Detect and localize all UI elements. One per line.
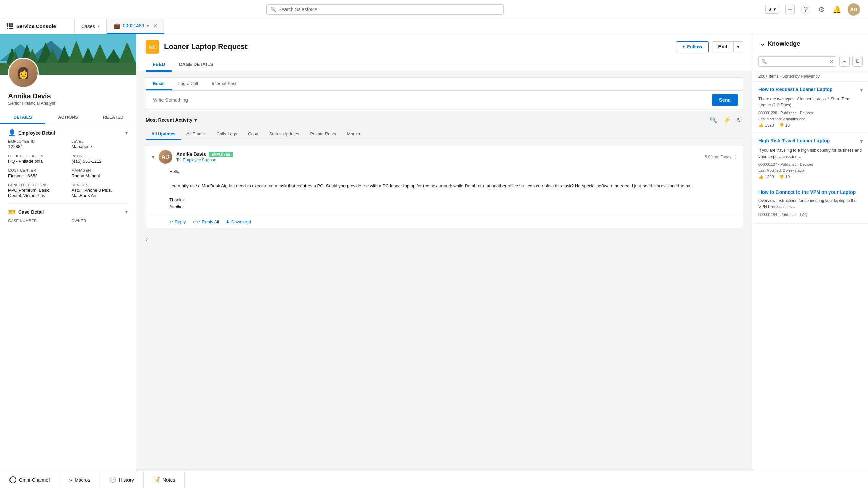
knowledge-article-2: High Risk Travel Loaner Laptop ▾ If you … [753,133,868,184]
article-1-thumbs-down[interactable]: 👎 10 [779,123,790,128]
gear-icon[interactable]: ⚙ [816,5,826,14]
email-to-link[interactable]: Employee Support [183,158,216,162]
download-icon: ⬇ [226,219,230,224]
avatar-image: 👩 [9,58,38,88]
knowledge-sort-button[interactable]: ⇅ [852,56,863,67]
email-collapse-button[interactable]: ▾ [152,153,155,161]
tab-feed[interactable]: FEED [146,58,172,72]
edit-dropdown-button[interactable]: ▾ [734,41,743,52]
filter-tabs: All Updates All Emails Calls Logs Case S… [146,128,743,140]
email-time: 5:00 pm Today ⋮ [705,155,738,159]
tab-cases[interactable]: Cases ▾ [75,19,107,34]
case-tabs: FEED CASE DETAILS [146,58,743,72]
feed-area: Email Log a Call Internal Post Send Most… [136,72,753,471]
bell-icon[interactable]: 🔔 [832,5,842,14]
activity-filter-select[interactable]: Most Recent Activity ▾ [146,117,197,123]
knowledge-search-clear-button[interactable]: ✕ [829,58,834,65]
search-bar[interactable]: 🔍 [266,4,504,15]
article-3-meta: 000001184 · Published · FAQ [758,212,863,217]
compose-tab-email[interactable]: Email [146,78,172,90]
knowledge-filter-button[interactable]: ⊟ [839,56,850,67]
employee-detail-label: Employee Detail [18,130,55,136]
article-1-expand-icon[interactable]: ▾ [860,86,863,94]
article-3-excerpt: Overview Instructions for connecting you… [758,198,863,210]
notes-button[interactable]: 📝 Notes [144,471,185,488]
edit-button-group: Edit ▾ [712,41,743,52]
add-button[interactable]: + [785,5,795,14]
tab-cases-dropdown[interactable]: ▾ [98,24,100,29]
article-2-title-link[interactable]: High Risk Travel Loaner Laptop [758,138,858,144]
tab-close-button[interactable]: ✕ [153,23,157,29]
reply-all-button[interactable]: ↩↩ Reply All [193,219,219,224]
filter-tab-status-updates[interactable]: Status Updates [264,128,305,140]
search-activity-icon[interactable]: 🔍 [708,115,718,125]
article-2-expand-icon[interactable]: ▾ [860,138,863,145]
manager-field: Manager Radha Mithani [72,168,128,178]
article-2-thumbs-up[interactable]: 👍 1320 [758,175,774,179]
email-sender-avatar: AD [159,150,172,164]
omni-channel-button[interactable]: Omni-Channel [0,471,59,488]
thumbs-up-icon-2: 👍 [758,175,764,179]
email-more-icon[interactable]: ⋮ [733,155,737,159]
profile-avatar: 👩 [8,58,39,88]
send-button[interactable]: Send [712,94,738,106]
activity-chevron-icon: ▾ [194,117,197,123]
macros-button[interactable]: » Macros [59,471,100,488]
history-button[interactable]: 🕐 History [100,471,144,488]
employee-section-icon: 👤 [8,129,16,137]
app-launcher[interactable]: Service Console [0,19,75,34]
phone-label: Phone [72,154,128,158]
star-icon: ★ [768,7,772,12]
knowledge-collapse-icon[interactable]: ⌄ [760,40,765,47]
article-1-votes: 👍 1320 👎 10 [758,123,863,128]
employee-detail-dropdown[interactable]: ▾ [125,130,128,136]
tab-case-details[interactable]: CASE DETAILS [172,58,220,72]
article-3-title-link[interactable]: How to Connect to the VPN on your Laptop [758,189,863,196]
edit-button[interactable]: Edit [712,41,734,52]
reply-all-label: Reply All [202,219,219,224]
reply-button[interactable]: ↩ Reply [169,219,186,224]
filter-tab-more[interactable]: More▾ [341,128,366,140]
employee-badge: EMPLOYEE [209,152,233,157]
filter-tab-all-emails[interactable]: All Emails [181,128,211,140]
article-1-thumbs-up[interactable]: 👍 1320 [758,123,774,128]
devices-value: AT&T iPhone 8 Plus, MacBook Air [72,188,128,198]
omni-channel-label: Omni-Channel [19,477,50,483]
favorites-button[interactable]: ★ ▾ [765,5,779,14]
filter-tab-private-posts[interactable]: Private Posts [305,128,342,140]
compose-tab-log-call[interactable]: Log a Call [172,78,205,90]
knowledge-search-input[interactable] [758,56,836,67]
filter-activity-icon[interactable]: ⚡ [722,115,732,125]
case-title: Loaner Laptop Request [164,42,248,51]
help-icon[interactable]: ? [801,5,810,14]
filter-tab-case[interactable]: Case [242,128,263,140]
download-button[interactable]: ⬇ Download [226,219,251,224]
expand-more[interactable]: › [146,233,743,245]
manager-label: Manager [72,168,128,172]
case-detail-dropdown[interactable]: ▾ [125,209,128,215]
compose-tab-internal[interactable]: Internal Post [205,78,243,90]
article-1-title-link[interactable]: How to Request a Loaner Laptop [758,86,858,93]
history-label: History [119,477,134,483]
knowledge-meta: 200+ Items · Sorted by Relevancy [753,71,868,82]
follow-button[interactable]: + Follow [676,41,709,52]
expand-icon: › [146,236,148,243]
filter-icon: ⊟ [842,58,847,64]
tab-related[interactable]: RELATED [91,111,136,124]
user-avatar[interactable]: AD [848,3,860,16]
case-detail-label: Case Detail [18,209,44,215]
filter-tab-calls-logs[interactable]: Calls Logs [211,128,243,140]
tab-record-dropdown[interactable]: ▾ [147,23,149,28]
devices-label: Devices [72,183,128,187]
compose-input[interactable] [151,95,708,105]
tab-actions[interactable]: ACTIONS [45,111,91,124]
macros-label: Macros [75,477,90,483]
filter-tab-all-updates[interactable]: All Updates [146,128,181,140]
profile-banner: 👩 [0,34,136,75]
tab-record[interactable]: 💼 00021486 ▾ ✕ [107,19,164,34]
article-2-thumbs-down[interactable]: 👎 10 [779,175,790,179]
tab-details[interactable]: DETAILS [0,111,45,124]
search-input[interactable] [279,7,499,12]
refresh-icon[interactable]: ↻ [735,115,743,125]
profile-tabs: DETAILS ACTIONS RELATED [0,111,136,124]
